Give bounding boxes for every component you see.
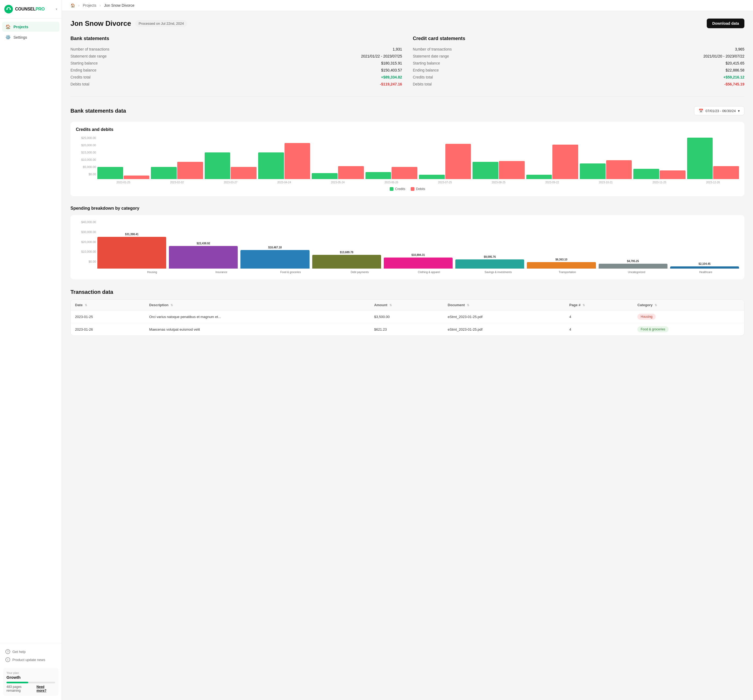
col-description[interactable]: Description ⇅	[145, 300, 370, 310]
col-page[interactable]: Page # ⇅	[565, 300, 633, 310]
credit-bar	[687, 138, 713, 179]
cc-stat-date-range: Statement date range 2021/01/20 - 2023/0…	[413, 53, 744, 60]
credit-card-section: Credit card statements Number of transac…	[413, 36, 744, 87]
debit-bar	[338, 166, 364, 179]
category-badge: Food & groceries	[637, 326, 668, 332]
spending-bar-fill	[97, 237, 166, 268]
spending-bars-area: $31,398.41$22,438.92$18,467.18$13,689.78…	[97, 220, 739, 269]
col-amount[interactable]: Amount ⇅	[370, 300, 444, 310]
bar-group	[205, 153, 256, 179]
spending-bar-amount: $22,438.92	[197, 242, 210, 245]
spending-x-label: Uncategorized	[603, 270, 670, 274]
svg-point-2	[10, 9, 11, 10]
cc-label-transactions: Number of transactions	[413, 47, 452, 51]
gear-icon: ⚙️	[5, 35, 11, 40]
transaction-title: Transaction data	[70, 289, 744, 295]
spending-bar-amount: $4,795.25	[627, 260, 639, 263]
page-header-left: Jon Snow Divorce Processed on Jul 22nd, …	[70, 19, 187, 28]
cell-description: Maecenas volutpat euismod velit	[145, 323, 370, 336]
spending-bar-fill	[384, 257, 453, 268]
sidebar-item-settings[interactable]: ⚙️ Settings	[2, 32, 59, 42]
credits-debits-chart: $25,000.00 $20,000.00 $15,000.00 $10,000…	[76, 136, 739, 184]
get-help-item[interactable]: ? Get help	[3, 648, 58, 656]
get-help-label: Get help	[12, 650, 25, 654]
cc-value-credits: +$59,216.12	[723, 75, 744, 79]
cc-value-transactions: 3,965	[735, 47, 744, 51]
spending-labels-row: HousingInsuranceFood & groceriesDebt pay…	[97, 270, 739, 274]
cell-category: Housing	[633, 310, 744, 323]
page-header: Jon Snow Divorce Processed on Jul 22nd, …	[70, 19, 744, 28]
logo-chevron-icon[interactable]: ▾	[56, 7, 57, 11]
bank-statements-section: Bank statements Number of transactions 1…	[70, 36, 402, 87]
spending-bar-amount: $18,467.18	[269, 246, 282, 249]
cell-date: 2023-01-25	[71, 310, 145, 323]
spending-x-label: Clothing & apparel	[395, 270, 462, 274]
spending-bar-group: $13,689.78	[312, 251, 381, 268]
bar-group	[526, 145, 578, 179]
sort-date-icon: ⇅	[85, 304, 87, 307]
sidebar-item-projects[interactable]: 🏠 Projects	[2, 22, 59, 32]
cc-stat-transactions: Number of transactions 3,965	[413, 46, 744, 53]
sort-amount-icon: ⇅	[389, 304, 392, 307]
bank-stat-credits: Credits total +$89,334.82	[70, 74, 402, 81]
product-update-item[interactable]: i Product update news	[3, 656, 58, 664]
credit-bar	[419, 175, 445, 179]
spending-bar-group: $10,894.31	[384, 254, 453, 268]
breadcrumb-separator-2: ›	[100, 3, 101, 8]
spending-y-40000: $40,000.00	[76, 220, 96, 224]
spending-bar-amount: $13,689.78	[340, 251, 353, 254]
stats-grid: Bank statements Number of transactions 1…	[70, 36, 744, 97]
cell-amount: $621.23	[370, 323, 444, 336]
x-label: 2023-08-25	[472, 181, 524, 184]
y-label-25000: $25,000.00	[76, 136, 96, 140]
spending-bar-fill	[169, 246, 238, 268]
bank-stat-ending-balance: Ending balance $150,403.57	[70, 67, 402, 74]
bank-label-ending-balance: Ending balance	[70, 68, 97, 72]
bank-label-credits: Credits total	[70, 75, 91, 79]
col-date[interactable]: Date ⇅	[71, 300, 145, 310]
cell-category: Food & groceries	[633, 323, 744, 336]
spending-chart-title: Spending breakdown by category	[70, 206, 744, 211]
credit-bar	[472, 162, 498, 179]
spending-bar-fill	[598, 264, 667, 268]
cell-date: 2023-01-26	[71, 323, 145, 336]
logo-text: COUNSELPRO	[15, 7, 45, 12]
logo-icon	[4, 5, 13, 14]
cc-stat-credits: Credits total +$59,216.12	[413, 74, 744, 81]
cc-label-date-range: Statement date range	[413, 54, 449, 58]
svg-point-1	[6, 9, 8, 10]
bank-value-date-range: 2021/01/22 - 2023/07/25	[361, 54, 402, 58]
spending-x-label: Debt payments	[327, 270, 393, 274]
plan-section: Your plan Growth 483 pages remaining Nee…	[3, 668, 58, 696]
credit-bar	[366, 172, 391, 179]
date-range-button[interactable]: 📅 07/01/23 - 06/30/24 ▾	[694, 106, 744, 115]
spending-chart-section: Spending breakdown by category $40,000.0…	[70, 206, 744, 279]
legend-credits-color	[390, 187, 394, 191]
bar-group	[687, 138, 739, 179]
spending-y-axis: $40,000.00 $30,000.00 $20,000.00 $10,000…	[76, 220, 96, 263]
bar-group	[633, 169, 685, 179]
bar-group	[151, 162, 203, 179]
x-label: 2023-02-02	[151, 181, 203, 184]
bank-statements-title: Bank statements	[70, 36, 402, 41]
legend-debits-label: Debits	[416, 187, 425, 191]
bank-value-ending-balance: $150,403.57	[381, 68, 402, 72]
credit-bar	[151, 167, 177, 179]
col-document[interactable]: Document ⇅	[444, 300, 565, 310]
bar-group	[97, 167, 149, 179]
bank-value-starting-balance: $180,315.91	[381, 61, 402, 65]
spending-bar-group: $9,095.76	[455, 256, 524, 268]
credit-bar	[205, 153, 230, 179]
bank-stat-transactions: Number of transactions 1,931	[70, 46, 402, 53]
col-category[interactable]: Category ⇅	[633, 300, 744, 310]
breadcrumb-projects[interactable]: Projects	[83, 3, 97, 8]
y-label-0: $0.00	[76, 173, 96, 176]
cell-page: 4	[565, 323, 633, 336]
bank-stat-date-range: Statement date range 2021/01/22 - 2023/0…	[70, 53, 402, 60]
topbar: 🏠 › Projects › Jon Snow Divorce	[62, 0, 753, 11]
download-button[interactable]: Download data	[707, 19, 744, 28]
spending-bar-amount: $6,363.10	[555, 258, 567, 261]
x-label: 2023-06-26	[366, 181, 417, 184]
need-more-link[interactable]: Need more?	[37, 685, 55, 692]
legend-credits-label: Credits	[395, 187, 405, 191]
